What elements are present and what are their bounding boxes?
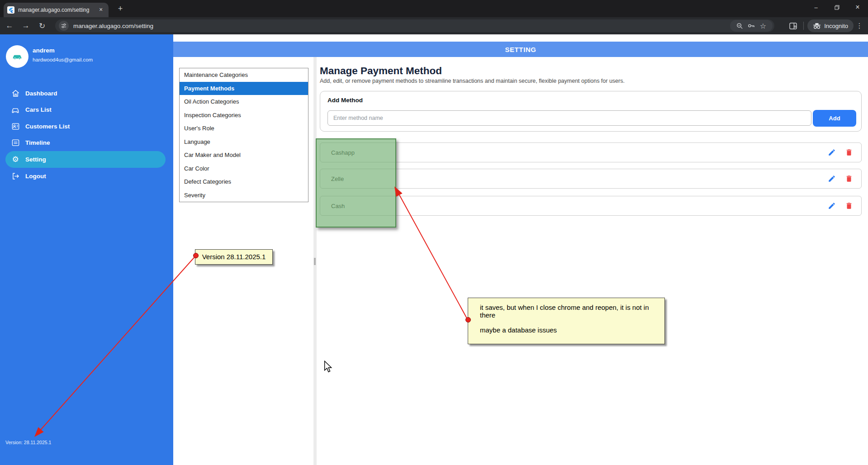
gear-icon: ⚙ [10,154,21,165]
window-controls: – × [806,0,868,14]
section-title: Manage Payment Method [320,65,442,77]
sidebar-item-dashboard[interactable]: Dashboard [0,85,173,101]
annotation-note-line1: it saves, but when I close chrome and re… [480,304,664,319]
zoom-icon[interactable] [734,20,745,31]
new-tab-button[interactable]: + [115,4,126,14]
payment-method-row: Cashapp [320,142,862,162]
add-method-label: Add Method [327,97,363,104]
user-name: andrem [33,47,55,54]
add-button[interactable]: Add [813,110,856,127]
tab-strip: manager.alugago.com/setting × + – × [0,0,868,17]
avatar[interactable] [6,45,28,68]
settings-menu: Maintenance Categories Payment Methods O… [179,68,308,202]
menu-item-car-maker-and-model[interactable]: Car Maker and Model [180,148,308,162]
delete-trash-icon[interactable] [844,147,854,157]
panel-divider[interactable] [313,57,317,465]
minimize-button[interactable]: – [806,0,826,14]
delete-trash-icon[interactable] [844,201,854,211]
mouse-cursor [324,361,334,373]
password-key-icon[interactable] [745,20,757,31]
refresh-icon[interactable]: ↻ [35,19,49,33]
annotation-note-bug: it saves, but when I close chrome and re… [468,298,665,344]
menu-item-severity[interactable]: Severity [180,189,308,202]
annotation-note-line2: maybe a database issues [480,326,664,334]
delete-trash-icon[interactable] [844,174,854,184]
back-icon[interactable]: ← [3,19,16,33]
restore-button[interactable] [826,0,847,14]
close-window-button[interactable]: × [847,0,868,14]
menu-item-oil-action-categories[interactable]: Oil Action Categories [180,95,308,109]
home-icon [10,88,21,99]
side-panel-icon[interactable] [787,20,799,31]
menu-item-payment-methods[interactable]: Payment Methods [180,82,308,95]
forward-icon[interactable]: → [19,19,33,33]
url-text[interactable]: manager.alugago.com/setting [73,23,730,29]
menu-item-users-role[interactable]: User's Role [180,122,308,135]
incognito-badge: Incognito [807,19,854,32]
sidebar: andrem hardwood4us@gmail.com Dashboard C… [0,34,173,465]
sidebar-version-text: Version: 28.11.2025.1 [5,440,51,445]
sidebar-item-cars-list[interactable]: Cars List [0,102,173,118]
section-subtitle: Add, edit, or remove payment methods to … [320,78,625,84]
sidebar-item-setting[interactable]: ⚙ Setting [5,151,166,168]
avatar-car-icon [12,53,22,60]
method-name: Zelle [331,176,827,182]
edit-pencil-icon[interactable] [827,174,837,184]
method-name-input[interactable] [327,110,811,126]
method-name: Cash [331,203,827,209]
site-settings-icon[interactable] [59,21,69,31]
payment-method-row: Zelle [320,169,862,189]
sidebar-item-customers-list[interactable]: Customers List [0,118,173,134]
toolbar-separator [803,22,804,30]
sidebar-nav: Dashboard Cars List Customers List Timel… [0,85,173,185]
method-name: Cashapp [331,149,827,156]
user-email: hardwood4us@gmail.com [33,57,93,62]
bookmark-star-icon[interactable]: ☆ [757,20,769,31]
edit-pencil-icon[interactable] [827,201,837,211]
toolbar-right: Incognito ⋮ [787,19,865,32]
page-title: SETTING [173,42,868,57]
sidebar-item-logout[interactable]: Logout [0,168,173,185]
incognito-icon [813,23,821,29]
customers-icon [10,121,21,132]
menu-item-inspection-categories[interactable]: Inspection Categories [180,109,308,122]
annotation-note-version: Version 28.11.2025.1 [195,249,273,265]
add-method-panel: Add Method Add [320,91,862,132]
car-icon [10,104,21,115]
timeline-icon [10,138,21,148]
browser-tab[interactable]: manager.alugago.com/setting × [4,3,109,17]
site-favicon-icon [7,6,14,14]
logout-icon [10,171,21,182]
tab-close-icon[interactable]: × [97,6,105,14]
tab-title: manager.alugago.com/setting [18,7,97,13]
menu-item-car-color[interactable]: Car Color [180,162,308,176]
incognito-label: Incognito [824,23,848,29]
browser-toolbar: ← → ↻ manager.alugago.com/setting [0,17,868,34]
edit-pencil-icon[interactable] [827,147,837,157]
browser-menu-icon[interactable]: ⋮ [854,22,865,30]
address-bar[interactable]: manager.alugago.com/setting ☆ [55,19,774,32]
divider-handle[interactable] [314,258,316,265]
sidebar-item-timeline[interactable]: Timeline [0,135,173,151]
browser-window: manager.alugago.com/setting × + – × ← → … [0,0,868,465]
menu-item-defect-categories[interactable]: Defect Categories [180,175,308,189]
payment-method-row: Cash [320,196,862,216]
menu-item-maintenance-categories[interactable]: Maintenance Categories [180,68,308,82]
omnibox-actions: ☆ [730,20,773,32]
menu-item-language[interactable]: Language [180,135,308,149]
highlight-overlay [316,138,396,228]
